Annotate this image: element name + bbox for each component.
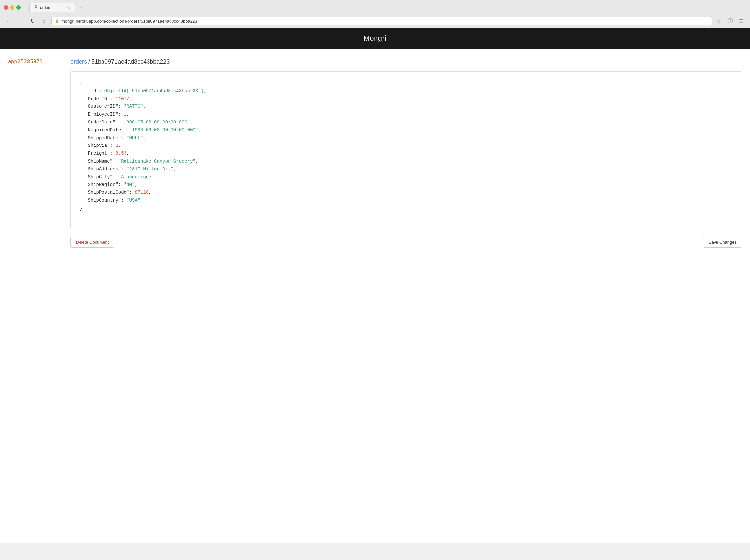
maximize-button[interactable] xyxy=(16,5,21,9)
json-shippeddate-line: "ShippedDate": "NULL", xyxy=(80,134,733,142)
json-freight-line: "Freight": 8.53, xyxy=(80,150,733,158)
breadcrumb-document-id: 51ba0971ae4ad8cc43bba223 xyxy=(91,58,170,65)
app-title: Mongri xyxy=(363,34,386,42)
nav-actions: ☆ ⓘ ☰ xyxy=(714,16,746,26)
json-shippostalcode-line: "ShipPostalCode": 87110, xyxy=(80,189,733,197)
json-id-line: "_id": ObjectId("51ba0971ae4ad8cc43bba22… xyxy=(80,87,733,95)
json-shipname-line: "ShipName": "Rattlesnake Canyon Grocery"… xyxy=(80,158,733,165)
back-button[interactable]: ← xyxy=(4,16,13,26)
home-button[interactable]: ⌂ xyxy=(39,16,48,26)
json-employeeid-line: "EmployeeID": 1, xyxy=(80,111,733,119)
action-bar: Delete Document Save Changes xyxy=(70,237,742,248)
breadcrumb-separator: / xyxy=(88,58,90,65)
traffic-lights xyxy=(4,5,21,9)
delete-document-button[interactable]: Delete Document xyxy=(70,237,114,248)
info-icon[interactable]: ⓘ xyxy=(726,16,735,26)
save-changes-button[interactable]: Save Changes xyxy=(703,237,742,248)
json-orderid-line: "OrderID": 11077, xyxy=(80,95,733,103)
main-content: orders / 51ba0971ae4ad8cc43bba223 { "_id… xyxy=(70,58,742,533)
json-shipvia-line: "ShipVia": 2, xyxy=(80,142,733,150)
json-requireddate-line: "RequiredDate": "1998-06-03 00:00:00.000… xyxy=(80,126,733,134)
active-tab[interactable]: 🗄 orders ✕ xyxy=(29,3,75,12)
tab-bar: 🗄 orders ✕ + xyxy=(25,3,90,12)
browser-chrome: 🗄 orders ✕ + ← → ↻ ⌂ 🔒 mongri.herokuapp.… xyxy=(0,0,750,28)
lock-icon: 🔒 xyxy=(55,19,59,23)
close-button[interactable] xyxy=(4,5,8,9)
json-shipaddress-line: "ShipAddress": "2817 Milton Dr.", xyxy=(80,165,733,174)
json-close-brace: } xyxy=(80,206,82,211)
bookmark-icon[interactable]: ☆ xyxy=(714,16,724,26)
json-orderdate-line: "OrderDate": "1998-05-06 00:00:00.000", xyxy=(80,119,733,126)
tab-label: orders xyxy=(40,5,51,10)
sidebar: app25285071 xyxy=(8,58,60,533)
document-editor[interactable]: { "_id": ObjectId("51ba0971ae4ad8cc43bba… xyxy=(70,71,742,229)
json-shipregion-line: "ShipRegion": "NM", xyxy=(80,181,733,189)
reload-button[interactable]: ↻ xyxy=(27,16,37,26)
new-tab-button[interactable]: + xyxy=(77,3,86,12)
title-bar: 🗄 orders ✕ + xyxy=(0,0,750,15)
forward-button[interactable]: → xyxy=(16,16,25,26)
url-text: mongri.herokuapp.com/collections/orders/… xyxy=(61,19,708,24)
breadcrumb: orders / 51ba0971ae4ad8cc43bba223 xyxy=(70,58,742,65)
sidebar-app-name[interactable]: app25285071 xyxy=(8,58,60,65)
json-shipcity-line: "ShipCity": "Albuquerque", xyxy=(80,174,733,181)
json-customerid-line: "CustomerID": "RATTC", xyxy=(80,103,733,111)
app-body: app25285071 orders / 51ba0971ae4ad8cc43b… xyxy=(0,48,750,543)
nav-bar: ← → ↻ ⌂ 🔒 mongri.herokuapp.com/collectio… xyxy=(0,15,750,28)
tab-close-icon[interactable]: ✕ xyxy=(67,5,70,10)
json-open-brace: { xyxy=(80,80,82,86)
address-bar[interactable]: 🔒 mongri.herokuapp.com/collections/order… xyxy=(51,17,712,25)
tab-icon: 🗄 xyxy=(34,5,38,10)
menu-icon[interactable]: ☰ xyxy=(737,16,746,26)
breadcrumb-collection-link[interactable]: orders xyxy=(70,58,87,65)
app-header: Mongri xyxy=(0,28,750,48)
json-shipcountry-line: "ShipCountry": "USA" xyxy=(80,197,733,205)
minimize-button[interactable] xyxy=(10,5,15,9)
